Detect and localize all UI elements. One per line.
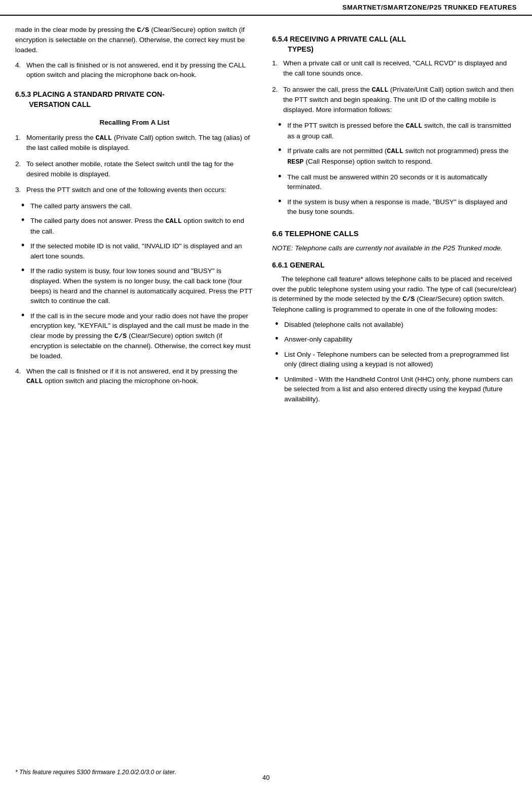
section-66-heading: 6.6 TELEPHONE CALLS (272, 228, 517, 239)
list-item: 4. When the call is finished or if it is… (15, 366, 254, 387)
page-number: 40 (0, 773, 532, 783)
list-item: • Disabled (telephone calls not availabl… (275, 320, 517, 330)
page-header: SMARTNET/SMARTZONE/P25 TRUNKED FEATURES (0, 0, 532, 16)
list-item: • Unlimited - With the Handheld Control … (275, 374, 517, 404)
list-item: • If private calls are not permitted (CA… (278, 146, 517, 167)
list-item: • If the radio system is busy, four low … (21, 266, 254, 306)
list-item: 1. Momentarily press the CALL (Private C… (15, 133, 254, 153)
list-item: 2. To select another mobile, rotate the … (15, 159, 254, 179)
list-item: • If the call is in the secure mode and … (21, 311, 254, 361)
section-654-heading: 6.5.4 RECEIVING A PRIVATE CALL (ALL TYPE… (272, 34, 517, 55)
recalling-subheading: Recalling From A List (15, 118, 254, 128)
para-661: The telephone call feature* allows telep… (272, 274, 517, 314)
list-item: 1. When a private call or unit call is r… (272, 58, 517, 78)
list-item: • The called party does not answer. Pres… (21, 216, 254, 236)
section-661-heading: 6.6.1 GENERAL (272, 260, 517, 270)
list-item: 2. To answer the call, press the CALL (P… (272, 85, 517, 115)
list-item: 3. Press the PTT switch and one of the f… (15, 185, 254, 195)
list-item: • Answer-only capability (275, 334, 517, 345)
section-653-heading: 6.5.3 PLACING A STANDARD PRIVATE CON- VE… (15, 89, 254, 110)
note-66: NOTE: Telephone calls are currently not … (272, 243, 517, 253)
list-item: • If the system is busy when a response … (278, 197, 517, 217)
list-item: • If the PTT switch is pressed before th… (278, 121, 517, 141)
list-item: • The call must be answered within 20 se… (278, 172, 517, 192)
left-column: made in the clear mode by pressing the C… (15, 25, 266, 409)
list-item: • The called party answers the call. (21, 201, 254, 211)
right-column: 6.5.4 RECEIVING A PRIVATE CALL (ALL TYPE… (266, 25, 517, 409)
list-item: • List Only - Telephone numbers can be s… (275, 350, 517, 369)
list-item: • If the selected mobile ID is not valid… (21, 241, 254, 261)
list-item: 4. When the call is finished or is not a… (15, 60, 254, 80)
intro-para: made in the clear mode by pressing the C… (15, 25, 254, 55)
